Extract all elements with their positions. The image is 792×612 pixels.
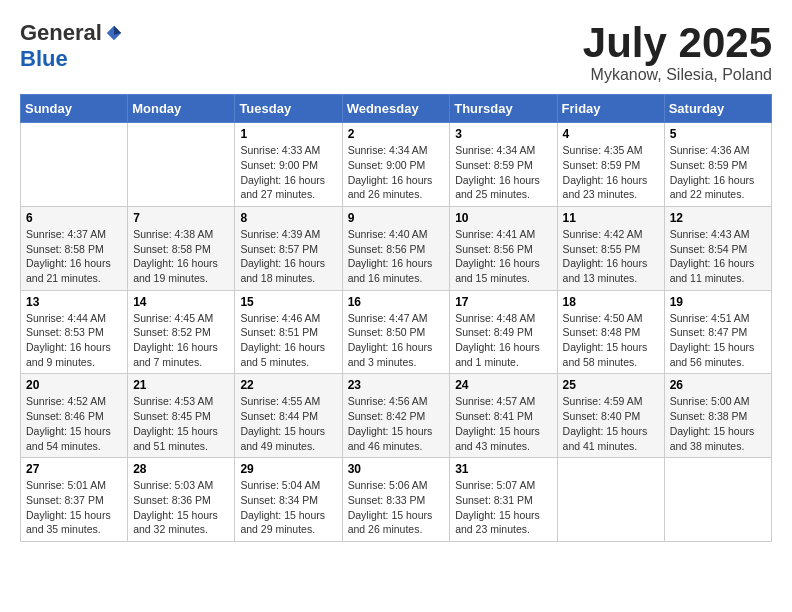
month-title: July 2025 — [583, 20, 772, 66]
day-number: 30 — [348, 462, 445, 476]
day-info: Sunrise: 4:43 AM Sunset: 8:54 PM Dayligh… — [670, 227, 766, 286]
day-info: Sunrise: 4:35 AM Sunset: 8:59 PM Dayligh… — [563, 143, 659, 202]
calendar-table: SundayMondayTuesdayWednesdayThursdayFrid… — [20, 94, 772, 542]
calendar-cell: 25Sunrise: 4:59 AM Sunset: 8:40 PM Dayli… — [557, 374, 664, 458]
calendar-cell: 30Sunrise: 5:06 AM Sunset: 8:33 PM Dayli… — [342, 458, 450, 542]
calendar-cell: 15Sunrise: 4:46 AM Sunset: 8:51 PM Dayli… — [235, 290, 342, 374]
calendar-cell: 2Sunrise: 4:34 AM Sunset: 9:00 PM Daylig… — [342, 123, 450, 207]
day-number: 12 — [670, 211, 766, 225]
calendar-cell: 17Sunrise: 4:48 AM Sunset: 8:49 PM Dayli… — [450, 290, 557, 374]
day-info: Sunrise: 4:34 AM Sunset: 8:59 PM Dayligh… — [455, 143, 551, 202]
day-info: Sunrise: 4:34 AM Sunset: 9:00 PM Dayligh… — [348, 143, 445, 202]
day-info: Sunrise: 4:55 AM Sunset: 8:44 PM Dayligh… — [240, 394, 336, 453]
calendar-cell: 16Sunrise: 4:47 AM Sunset: 8:50 PM Dayli… — [342, 290, 450, 374]
day-info: Sunrise: 5:06 AM Sunset: 8:33 PM Dayligh… — [348, 478, 445, 537]
day-number: 26 — [670, 378, 766, 392]
day-info: Sunrise: 4:36 AM Sunset: 8:59 PM Dayligh… — [670, 143, 766, 202]
day-number: 28 — [133, 462, 229, 476]
day-info: Sunrise: 4:57 AM Sunset: 8:41 PM Dayligh… — [455, 394, 551, 453]
day-number: 29 — [240, 462, 336, 476]
calendar-cell: 29Sunrise: 5:04 AM Sunset: 8:34 PM Dayli… — [235, 458, 342, 542]
calendar-cell: 5Sunrise: 4:36 AM Sunset: 8:59 PM Daylig… — [664, 123, 771, 207]
day-of-week-header: Monday — [128, 95, 235, 123]
day-number: 5 — [670, 127, 766, 141]
day-number: 10 — [455, 211, 551, 225]
day-info: Sunrise: 4:48 AM Sunset: 8:49 PM Dayligh… — [455, 311, 551, 370]
day-info: Sunrise: 4:39 AM Sunset: 8:57 PM Dayligh… — [240, 227, 336, 286]
calendar-cell: 20Sunrise: 4:52 AM Sunset: 8:46 PM Dayli… — [21, 374, 128, 458]
calendar-cell: 18Sunrise: 4:50 AM Sunset: 8:48 PM Dayli… — [557, 290, 664, 374]
day-number: 3 — [455, 127, 551, 141]
calendar-cell — [128, 123, 235, 207]
day-number: 24 — [455, 378, 551, 392]
day-number: 14 — [133, 295, 229, 309]
day-info: Sunrise: 4:51 AM Sunset: 8:47 PM Dayligh… — [670, 311, 766, 370]
calendar-cell: 12Sunrise: 4:43 AM Sunset: 8:54 PM Dayli… — [664, 206, 771, 290]
day-of-week-header: Sunday — [21, 95, 128, 123]
day-info: Sunrise: 4:45 AM Sunset: 8:52 PM Dayligh… — [133, 311, 229, 370]
calendar-week-row: 20Sunrise: 4:52 AM Sunset: 8:46 PM Dayli… — [21, 374, 772, 458]
day-info: Sunrise: 4:46 AM Sunset: 8:51 PM Dayligh… — [240, 311, 336, 370]
calendar-cell: 19Sunrise: 4:51 AM Sunset: 8:47 PM Dayli… — [664, 290, 771, 374]
day-number: 6 — [26, 211, 122, 225]
day-info: Sunrise: 4:56 AM Sunset: 8:42 PM Dayligh… — [348, 394, 445, 453]
day-number: 16 — [348, 295, 445, 309]
day-info: Sunrise: 4:53 AM Sunset: 8:45 PM Dayligh… — [133, 394, 229, 453]
calendar-cell: 14Sunrise: 4:45 AM Sunset: 8:52 PM Dayli… — [128, 290, 235, 374]
calendar-cell: 11Sunrise: 4:42 AM Sunset: 8:55 PM Dayli… — [557, 206, 664, 290]
day-info: Sunrise: 5:01 AM Sunset: 8:37 PM Dayligh… — [26, 478, 122, 537]
calendar-cell: 31Sunrise: 5:07 AM Sunset: 8:31 PM Dayli… — [450, 458, 557, 542]
calendar-cell: 28Sunrise: 5:03 AM Sunset: 8:36 PM Dayli… — [128, 458, 235, 542]
day-number: 11 — [563, 211, 659, 225]
day-number: 20 — [26, 378, 122, 392]
day-info: Sunrise: 4:50 AM Sunset: 8:48 PM Dayligh… — [563, 311, 659, 370]
day-of-week-header: Thursday — [450, 95, 557, 123]
day-info: Sunrise: 5:07 AM Sunset: 8:31 PM Dayligh… — [455, 478, 551, 537]
day-info: Sunrise: 4:38 AM Sunset: 8:58 PM Dayligh… — [133, 227, 229, 286]
calendar-cell — [21, 123, 128, 207]
day-info: Sunrise: 4:33 AM Sunset: 9:00 PM Dayligh… — [240, 143, 336, 202]
day-number: 4 — [563, 127, 659, 141]
calendar-cell: 22Sunrise: 4:55 AM Sunset: 8:44 PM Dayli… — [235, 374, 342, 458]
calendar-cell — [557, 458, 664, 542]
calendar-cell: 26Sunrise: 5:00 AM Sunset: 8:38 PM Dayli… — [664, 374, 771, 458]
calendar-cell: 3Sunrise: 4:34 AM Sunset: 8:59 PM Daylig… — [450, 123, 557, 207]
day-info: Sunrise: 5:03 AM Sunset: 8:36 PM Dayligh… — [133, 478, 229, 537]
page-header: General Blue July 2025 Mykanow, Silesia,… — [20, 20, 772, 84]
day-info: Sunrise: 5:00 AM Sunset: 8:38 PM Dayligh… — [670, 394, 766, 453]
calendar-cell: 21Sunrise: 4:53 AM Sunset: 8:45 PM Dayli… — [128, 374, 235, 458]
day-number: 23 — [348, 378, 445, 392]
day-number: 17 — [455, 295, 551, 309]
title-block: July 2025 Mykanow, Silesia, Poland — [583, 20, 772, 84]
day-number: 21 — [133, 378, 229, 392]
day-number: 22 — [240, 378, 336, 392]
day-number: 27 — [26, 462, 122, 476]
day-of-week-header: Tuesday — [235, 95, 342, 123]
calendar-week-row: 6Sunrise: 4:37 AM Sunset: 8:58 PM Daylig… — [21, 206, 772, 290]
day-number: 7 — [133, 211, 229, 225]
day-number: 8 — [240, 211, 336, 225]
logo: General Blue — [20, 20, 123, 72]
day-info: Sunrise: 4:40 AM Sunset: 8:56 PM Dayligh… — [348, 227, 445, 286]
calendar-cell: 1Sunrise: 4:33 AM Sunset: 9:00 PM Daylig… — [235, 123, 342, 207]
location-subtitle: Mykanow, Silesia, Poland — [583, 66, 772, 84]
day-info: Sunrise: 4:52 AM Sunset: 8:46 PM Dayligh… — [26, 394, 122, 453]
day-number: 31 — [455, 462, 551, 476]
calendar-cell: 4Sunrise: 4:35 AM Sunset: 8:59 PM Daylig… — [557, 123, 664, 207]
day-info: Sunrise: 5:04 AM Sunset: 8:34 PM Dayligh… — [240, 478, 336, 537]
calendar-cell: 24Sunrise: 4:57 AM Sunset: 8:41 PM Dayli… — [450, 374, 557, 458]
calendar-cell: 7Sunrise: 4:38 AM Sunset: 8:58 PM Daylig… — [128, 206, 235, 290]
calendar-cell: 23Sunrise: 4:56 AM Sunset: 8:42 PM Dayli… — [342, 374, 450, 458]
calendar-cell: 9Sunrise: 4:40 AM Sunset: 8:56 PM Daylig… — [342, 206, 450, 290]
day-number: 15 — [240, 295, 336, 309]
day-number: 9 — [348, 211, 445, 225]
calendar-cell: 13Sunrise: 4:44 AM Sunset: 8:53 PM Dayli… — [21, 290, 128, 374]
logo-general-text: General — [20, 20, 102, 46]
day-number: 1 — [240, 127, 336, 141]
calendar-week-row: 27Sunrise: 5:01 AM Sunset: 8:37 PM Dayli… — [21, 458, 772, 542]
calendar-week-row: 13Sunrise: 4:44 AM Sunset: 8:53 PM Dayli… — [21, 290, 772, 374]
day-number: 18 — [563, 295, 659, 309]
day-info: Sunrise: 4:41 AM Sunset: 8:56 PM Dayligh… — [455, 227, 551, 286]
calendar-week-row: 1Sunrise: 4:33 AM Sunset: 9:00 PM Daylig… — [21, 123, 772, 207]
day-number: 25 — [563, 378, 659, 392]
